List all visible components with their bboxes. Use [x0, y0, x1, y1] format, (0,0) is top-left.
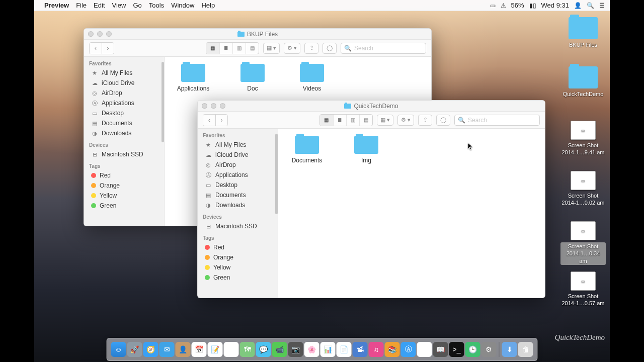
- traffic-lights[interactable]: [202, 103, 225, 109]
- sidebar-item[interactable]: ▭Desktop: [84, 108, 164, 118]
- dock-app-appstore[interactable]: Ⓐ: [401, 342, 416, 357]
- dock-app-itunes[interactable]: ♫: [369, 342, 384, 357]
- coverflow-view-button[interactable]: ▤: [246, 43, 259, 54]
- folder-item[interactable]: Img: [343, 136, 390, 164]
- action-button[interactable]: ⚙ ▾: [397, 115, 414, 126]
- sidebar-item[interactable]: ★All My Files: [198, 140, 278, 150]
- battery-percent[interactable]: 56%: [511, 2, 524, 9]
- dock-app-terminal[interactable]: >_: [449, 342, 464, 357]
- sidebar-item[interactable]: ◎AirDrop: [198, 160, 278, 170]
- sidebar-item[interactable]: ⊟Macintosh SSD: [198, 221, 278, 231]
- dock-app-mail[interactable]: ✉: [159, 342, 175, 357]
- dock-app-photobooth[interactable]: 📷: [288, 342, 303, 357]
- spotlight-icon[interactable]: 🔍: [587, 2, 594, 9]
- sidebar-item[interactable]: ⒶApplications: [84, 98, 164, 108]
- sidebar-item[interactable]: ⒶApplications: [198, 170, 278, 180]
- dock-app-keynote[interactable]: 📽: [353, 342, 368, 357]
- dock-app-facetime[interactable]: 📹: [272, 342, 287, 357]
- icon-view-button[interactable]: ▦: [206, 43, 219, 54]
- back-button[interactable]: ‹: [90, 43, 102, 54]
- menu-window[interactable]: Window: [171, 2, 194, 9]
- sidebar-scrollbar[interactable]: [162, 57, 164, 226]
- dock-app-messages[interactable]: 💬: [256, 342, 271, 357]
- folder-item[interactable]: Videos: [288, 64, 336, 92]
- notification-center-icon[interactable]: ☰: [599, 2, 605, 9]
- sidebar-item[interactable]: ★All My Files: [84, 68, 164, 78]
- share-button[interactable]: ⇪: [304, 43, 318, 54]
- dock-app-pages[interactable]: 📄: [337, 342, 352, 357]
- dock-app-ibooks[interactable]: 📚: [385, 342, 400, 357]
- sidebar-tag[interactable]: Yellow: [198, 262, 278, 273]
- menu-view[interactable]: View: [112, 2, 126, 9]
- list-view-button[interactable]: ≣: [333, 115, 346, 126]
- dock-app-numbers[interactable]: 📊: [320, 342, 336, 357]
- desktop-file[interactable]: ▭ Screen Shot 2014-1…9.41 am: [560, 121, 606, 156]
- search-field[interactable]: 🔍 Search: [454, 115, 540, 126]
- wifi-icon[interactable]: ⚠: [501, 2, 506, 9]
- column-view-button[interactable]: ▥: [346, 115, 359, 126]
- column-view-button[interactable]: ▥: [232, 43, 246, 54]
- share-button[interactable]: ⇪: [418, 115, 432, 126]
- sidebar-item[interactable]: ▭Desktop: [198, 180, 278, 190]
- dock-app-safari[interactable]: 🧭: [143, 342, 158, 357]
- sidebar-item[interactable]: ◎AirDrop: [84, 88, 164, 98]
- search-field[interactable]: 🔍 Search: [341, 43, 426, 54]
- finder-window-quicktechdemo[interactable]: QuickTechDemo ‹ › ▦ ≣ ▥ ▤ ▦ ▾ ⚙ ▾ ⇪ ◯ 🔍 …: [197, 100, 545, 298]
- desktop-file[interactable]: ▭ Screen Shot 2014-1…0.57 am: [560, 272, 606, 307]
- coverflow-view-button[interactable]: ▤: [359, 115, 372, 126]
- desktop-file[interactable]: ▭ Screen Shot 2014-1…0.02 am: [560, 171, 606, 207]
- airplay-icon[interactable]: ▭: [490, 2, 496, 9]
- sidebar-item[interactable]: ▤Documents: [198, 190, 278, 200]
- dock-app-dictionary[interactable]: 📖: [433, 342, 448, 357]
- folder-item[interactable]: Applications: [170, 64, 217, 92]
- sidebar-item[interactable]: ☁iCloud Drive: [198, 150, 278, 160]
- dock-app-notes[interactable]: 📝: [208, 342, 223, 357]
- dock-app-reminders[interactable]: ☑: [224, 342, 239, 357]
- app-name[interactable]: Preview: [44, 2, 69, 9]
- back-button[interactable]: ‹: [203, 115, 215, 126]
- sidebar-tag[interactable]: Yellow: [84, 191, 164, 201]
- menu-file[interactable]: File: [76, 2, 87, 9]
- dock-app-photos[interactable]: 🌸: [304, 342, 319, 357]
- icon-view-button[interactable]: ▦: [320, 115, 333, 126]
- dock-app-preview[interactable]: 👁: [417, 342, 432, 357]
- dock-app-timemachine[interactable]: 🕒: [465, 342, 480, 357]
- sidebar-scrollbar[interactable]: [275, 129, 278, 298]
- sidebar-item[interactable]: ☁iCloud Drive: [84, 78, 164, 88]
- titlebar[interactable]: BKUP Files: [84, 29, 431, 40]
- desktop-folder-quicktechdemo[interactable]: QuickTechDemo: [560, 66, 606, 98]
- sidebar-tag[interactable]: Orange: [198, 252, 278, 262]
- forward-button[interactable]: ›: [102, 43, 114, 54]
- tags-button[interactable]: ◯: [323, 43, 337, 54]
- dock-app-launchpad[interactable]: 🚀: [127, 342, 142, 357]
- clock[interactable]: Wed 9:31: [541, 2, 569, 9]
- sidebar-tag[interactable]: Orange: [84, 180, 164, 191]
- battery-icon[interactable]: ▮▯: [529, 2, 536, 9]
- sidebar-tag[interactable]: Green: [198, 273, 278, 283]
- dock-app-calendar[interactable]: 📅: [192, 342, 207, 357]
- forward-button[interactable]: ›: [215, 115, 227, 126]
- sidebar-item[interactable]: ⊟Macintosh SSD: [84, 149, 164, 159]
- sidebar-tag[interactable]: Green: [84, 201, 164, 211]
- user-icon[interactable]: 👤: [574, 2, 582, 9]
- sidebar-item[interactable]: ◑Downloads: [84, 128, 164, 138]
- sidebar-tag[interactable]: Red: [198, 242, 278, 252]
- dock-app-contacts[interactable]: 👤: [176, 342, 191, 357]
- action-button[interactable]: ⚙ ▾: [284, 43, 300, 54]
- dock-app-finder[interactable]: ☺: [111, 342, 126, 357]
- traffic-lights[interactable]: [88, 31, 112, 37]
- list-view-button[interactable]: ≣: [219, 43, 232, 54]
- arrange-button[interactable]: ▦ ▾: [263, 43, 280, 54]
- arrange-button[interactable]: ▦ ▾: [377, 115, 393, 126]
- menu-help[interactable]: Help: [201, 2, 215, 9]
- tags-button[interactable]: ◯: [436, 115, 450, 126]
- folder-content[interactable]: Documents Img: [278, 129, 545, 298]
- sidebar-item[interactable]: ▤Documents: [84, 118, 164, 128]
- titlebar[interactable]: QuickTechDemo: [198, 101, 545, 112]
- menu-tools[interactable]: Tools: [149, 2, 164, 9]
- dock-app-maps[interactable]: 🗺: [240, 342, 255, 357]
- menu-go[interactable]: Go: [133, 2, 141, 9]
- desktop-file[interactable]: ▭ Screen Shot 2014-1…0.34 am: [560, 221, 606, 265]
- sidebar-tag[interactable]: Red: [84, 170, 164, 180]
- folder-item[interactable]: Documents: [283, 136, 331, 164]
